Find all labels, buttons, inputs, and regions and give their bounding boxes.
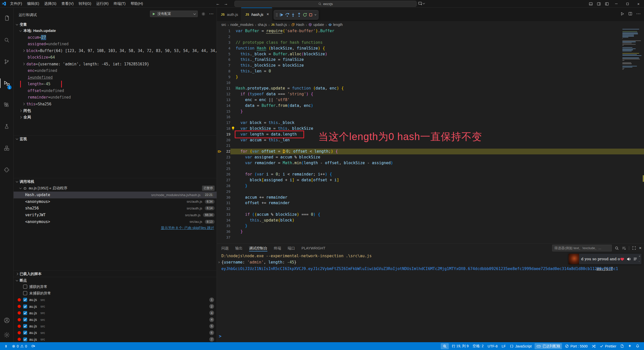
code-line-7[interactable]: 7 this._blockSize = blockSize xyxy=(217,63,644,68)
settings-gear-icon[interactable] xyxy=(0,328,13,342)
checkbox[interactable] xyxy=(23,285,27,289)
minimap[interactable] xyxy=(622,29,642,71)
run-file-icon[interactable] xyxy=(620,12,624,16)
code-line-27[interactable]: 27 block[assigned + i] = data[offset + i… xyxy=(217,177,644,183)
code-line-34[interactable]: 34 this._update(block) xyxy=(217,217,644,223)
stack-frame-row[interactable]: Hash.updatesrc/node_modules/sha.js/hash.… xyxy=(14,192,217,198)
layout-sidebar-right-icon[interactable] xyxy=(595,0,603,8)
code-line-15[interactable]: 15 } xyxy=(217,108,644,114)
screencast-icon[interactable] xyxy=(418,1,425,6)
nav-back-icon[interactable]: ← xyxy=(216,2,220,6)
zoom-in-status[interactable] xyxy=(441,343,449,349)
split-editor-icon[interactable] xyxy=(628,12,632,16)
code-line-14[interactable]: 14 data = Buffer.from(data, enc) xyxy=(217,103,644,108)
code-line-3[interactable]: 3// prototype class for hash functions xyxy=(217,40,644,46)
section-watch[interactable]: 监视 xyxy=(14,135,217,142)
breadcrumb-item-sha.js[interactable]: sha.js xyxy=(258,23,267,27)
command-center-search[interactable]: eezzjs xyxy=(234,1,417,7)
breakpoint-row[interactable]: au.jssrc1 xyxy=(14,296,217,303)
shuffle-status[interactable] xyxy=(590,343,598,349)
gear-icon[interactable] xyxy=(201,12,206,16)
variable-row-length[interactable]: length = -45 xyxy=(14,81,217,88)
variable-scope-row[interactable]: 本地: Hash.update xyxy=(14,27,217,34)
code-line-35[interactable]: 35 } xyxy=(217,223,644,229)
variable-row-accum[interactable]: accum = 27 xyxy=(14,34,217,41)
status-行 19, 列 9[interactable]: 行 19, 列 9 xyxy=(450,343,471,349)
section-breakpoints[interactable]: 断点 xyxy=(14,277,217,284)
python-icon[interactable] xyxy=(0,159,13,181)
clear-console-icon[interactable] xyxy=(622,246,626,250)
close-panel-icon[interactable]: × xyxy=(639,246,641,251)
search-icon[interactable] xyxy=(615,246,619,250)
widget-minimize-icon[interactable]: ▫ xyxy=(639,260,640,263)
code-editor[interactable]: 当这个length为0 hash一直保持不变 1var Buffer = req… xyxy=(217,28,644,243)
run-debug-icon[interactable]: 1 xyxy=(0,72,13,94)
section-variables[interactable]: 变量 xyxy=(14,21,217,28)
breadcrumb-item-src[interactable]: src xyxy=(221,23,226,27)
variable-row-enc[interactable]: enc = undefined xyxy=(14,67,217,74)
code-line-25[interactable]: 25 xyxy=(217,166,644,171)
more-actions-icon[interactable]: ⋯ xyxy=(209,11,214,17)
section-callstack[interactable]: 调用堆栈 xyxy=(14,178,217,185)
console-filter-input[interactable]: 筛选器(例如 text、!exclude、... xyxy=(552,245,612,251)
breadcrumb-item-hash.js[interactable]: JShash.js xyxy=(271,23,287,27)
tab-hash.js[interactable]: JShash.js× xyxy=(241,8,272,21)
status-空格: 2[interactable]: 空格: 2 xyxy=(471,343,486,349)
chevron-down-icon[interactable] xyxy=(314,11,317,19)
layout-panel-icon[interactable] xyxy=(587,0,595,8)
stack-frame-row[interactable]: <anonymous>src/au.js8:13 xyxy=(14,218,217,225)
lightbulb-icon[interactable] xyxy=(231,126,235,130)
console-prompt[interactable]: > xyxy=(219,334,221,339)
source-link[interactable]: au.js:7 xyxy=(596,267,613,271)
stack-frame-row[interactable]: sha256src/auth.js6:14 xyxy=(14,205,217,212)
variable-scope-row[interactable]: 闭包 xyxy=(14,107,217,114)
breakpoint-row[interactable]: au.jssrc5 xyxy=(14,323,217,329)
stack-frame-row[interactable]: <anonymous>src/auth.js6:34 xyxy=(14,198,217,205)
panel-tab-PLAYWRIGHT[interactable]: PLAYWRIGHT xyxy=(302,244,326,253)
sparkle-status[interactable] xyxy=(626,343,634,349)
exception-breakpoint-row[interactable]: 未捕获的异常 xyxy=(14,290,217,296)
variable-scope-row[interactable]: 全局 xyxy=(14,114,217,121)
code-line-10[interactable]: 10 xyxy=(217,80,644,85)
variable-row-data[interactable]: data = {username: 'admin', length: -45, … xyxy=(14,61,217,68)
continue-icon[interactable] xyxy=(278,11,284,19)
step-into-icon[interactable] xyxy=(290,11,296,19)
code-line-23[interactable]: 23 var assigned = accum % blockSize xyxy=(217,154,644,160)
menu-编辑(E)[interactable]: 编辑(E) xyxy=(25,0,42,8)
nav-forward-icon[interactable]: → xyxy=(224,2,228,6)
code-line-33[interactable]: 33 if ((accum % blockSize) === 0) { xyxy=(217,212,644,217)
code-line-13[interactable]: 13 enc = enc || 'utf8' xyxy=(217,97,644,103)
step-out-icon[interactable] xyxy=(296,11,302,19)
code-line-21[interactable]: 21 xyxy=(217,143,644,149)
search-icon[interactable] xyxy=(0,29,13,51)
code-line-9[interactable]: 9} xyxy=(217,74,644,80)
panel-tab-调试控制台[interactable]: 调试控制台 xyxy=(249,244,267,253)
checkbox[interactable] xyxy=(23,298,27,302)
code-line-29[interactable]: 29 xyxy=(217,189,644,194)
variable-row-assigned[interactable]: assigned = undefined xyxy=(14,41,217,48)
code-line-16[interactable]: 16 xyxy=(217,114,644,120)
variable-row-i[interactable]: i = undefined xyxy=(14,74,217,81)
menu-文件(F)[interactable]: 文件(F) xyxy=(8,0,25,8)
speaker-icon[interactable] xyxy=(627,257,631,261)
variable-row-this[interactable]: this = Sha256 xyxy=(14,101,217,108)
explorer-icon[interactable] xyxy=(0,8,13,29)
check-status[interactable]: Prettier xyxy=(598,343,618,349)
code-line-5[interactable]: 5 this._block = Buffer.alloc(blockSize) xyxy=(217,51,644,57)
stop-icon[interactable] xyxy=(308,11,313,19)
show-skipped-frames-link[interactable]: 显示另外 8 个: 已由 skipFiles 跳过 xyxy=(161,225,214,231)
checkbox[interactable] xyxy=(23,311,27,315)
close-icon[interactable]: × xyxy=(633,0,644,8)
debug-session-row[interactable]: au.js [1952] « 启动程序 已暂停 xyxy=(14,185,217,192)
panel-tab-输出[interactable]: 输出 xyxy=(235,244,243,253)
panel-tab-问题[interactable]: 问题 xyxy=(221,244,229,253)
more-actions-icon[interactable]: ⋯ xyxy=(636,11,640,16)
layout-customize-icon[interactable] xyxy=(603,0,611,8)
circle-slash-status[interactable]: Port : 5500 xyxy=(563,343,590,349)
code-line-28[interactable]: 28 } xyxy=(217,183,644,189)
variable-row-blockSize[interactable]: blockSize = 64 xyxy=(14,54,217,61)
maximize-icon[interactable] xyxy=(622,0,633,8)
remote-icon[interactable] xyxy=(2,343,10,349)
widget-close-icon[interactable]: × xyxy=(639,255,640,258)
checkbox[interactable] xyxy=(23,291,27,295)
